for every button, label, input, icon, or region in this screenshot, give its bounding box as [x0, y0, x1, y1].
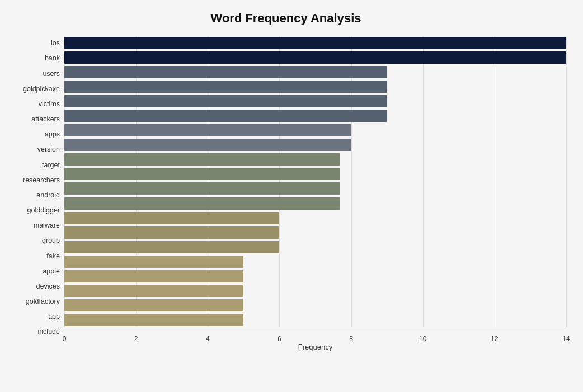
y-label: devices: [36, 279, 60, 294]
x-tick: 14: [562, 335, 570, 343]
y-label: apps: [45, 127, 60, 142]
bar-row: [64, 36, 566, 50]
y-label: target: [42, 157, 60, 172]
chart-title: Word Frequency Analysis: [6, 11, 566, 26]
bar-row: [64, 298, 566, 313]
x-tick: 8: [349, 335, 353, 343]
bar-row: [64, 65, 566, 79]
bar-row: [64, 284, 566, 298]
plot-area: 02468101214 Frequency: [64, 36, 566, 355]
bar: [64, 270, 243, 282]
y-label: goldpickaxe: [23, 81, 60, 96]
bar-row: [64, 108, 566, 123]
bar: [64, 51, 566, 64]
bar-row: [64, 152, 566, 167]
bar: [64, 197, 340, 210]
bar-row: [64, 79, 566, 94]
y-label: victims: [39, 97, 60, 112]
bar: [64, 81, 387, 93]
bar-row: [64, 313, 566, 327]
x-tick: 0: [63, 335, 67, 343]
x-axis: 02468101214: [64, 327, 566, 343]
bar: [64, 256, 243, 268]
y-label: app: [48, 309, 60, 324]
bar-row: [64, 196, 566, 211]
bar: [64, 299, 243, 311]
bar-row: [64, 254, 566, 269]
bar: [64, 168, 340, 180]
chart-area: iosbankusersgoldpickaxevictimsattackersa…: [6, 36, 566, 355]
bar-row: [64, 269, 566, 284]
bar: [64, 226, 279, 239]
bar: [64, 66, 387, 78]
y-label: version: [37, 142, 60, 157]
bar-row: [64, 225, 566, 240]
x-tick: 2: [134, 335, 138, 343]
bar: [64, 139, 351, 151]
bars-rows: [64, 36, 566, 327]
y-label: ios: [51, 36, 60, 51]
x-tick: 6: [278, 335, 281, 343]
bar: [64, 95, 387, 107]
y-label: include: [37, 324, 60, 339]
bar: [64, 314, 243, 326]
bar: [64, 212, 279, 224]
y-label: users: [43, 66, 60, 81]
x-tick: 4: [206, 335, 210, 343]
y-label: goldfactory: [26, 294, 60, 309]
bar-row: [64, 94, 566, 108]
bar: [64, 124, 351, 136]
bar: [64, 37, 566, 49]
bar: [64, 241, 279, 253]
bar-row: [64, 211, 566, 225]
x-tick: 12: [491, 335, 498, 343]
y-label: group: [42, 233, 60, 248]
bar-row: [64, 50, 566, 65]
bars-wrapper: 02468101214: [64, 36, 566, 343]
y-label: fake: [46, 248, 60, 263]
y-axis: iosbankusersgoldpickaxevictimsattackersa…: [6, 36, 64, 355]
bar-row: [64, 123, 566, 138]
x-axis-label-container: Frequency: [64, 343, 566, 355]
bar-row: [64, 240, 566, 254]
grid-line: [566, 36, 567, 327]
x-tick: 10: [419, 335, 426, 343]
bar: [64, 153, 340, 166]
bar: [64, 110, 387, 122]
y-label: researchers: [23, 172, 60, 187]
bar: [64, 285, 243, 297]
bar-row: [64, 181, 566, 196]
y-label: bank: [45, 51, 60, 66]
bar: [64, 182, 340, 195]
chart-container: Word Frequency Analysis iosbankusersgold…: [0, 0, 583, 392]
y-label: apple: [43, 263, 60, 278]
y-label: golddigger: [27, 203, 60, 218]
y-label: android: [36, 188, 60, 203]
bar-row: [64, 167, 566, 181]
y-label: attackers: [31, 112, 60, 127]
bar-row: [64, 138, 566, 152]
y-label: malware: [34, 218, 60, 233]
